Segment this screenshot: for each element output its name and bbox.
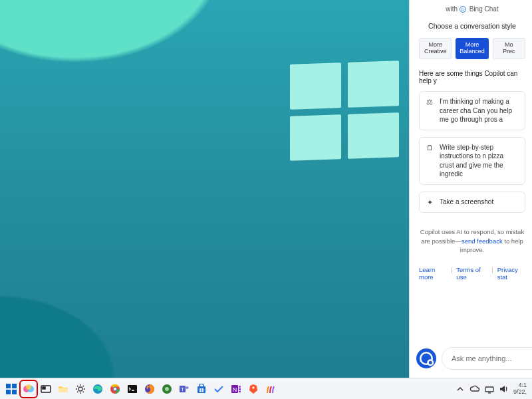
suggestion-pizza[interactable]: 🗒 Write step-by-step instructions to n p… [419, 137, 525, 185]
clock-date: 9/22, [513, 389, 527, 395]
volume-icon[interactable] [499, 384, 509, 394]
copilot-footnote: Copilot uses AI to respond, so mistak ar… [419, 227, 525, 254]
terminal-icon[interactable] [125, 382, 140, 396]
brave-icon[interactable] [246, 382, 261, 396]
svg-rect-34 [485, 387, 493, 392]
app-stripes-icon[interactable] [263, 382, 278, 396]
copilot-branding: with b Bing Chat [419, 5, 525, 13]
privacy-link[interactable]: Privacy stat [497, 266, 525, 281]
copilot-taskbar-icon[interactable] [21, 382, 36, 396]
svg-rect-17 [128, 385, 137, 393]
onedrive-icon[interactable] [469, 384, 480, 394]
onenote-icon[interactable]: N [229, 382, 243, 396]
svg-rect-28 [202, 390, 204, 392]
store-icon[interactable] [194, 382, 209, 396]
svg-rect-4 [6, 390, 11, 394]
notepad-icon: 🗒 [425, 143, 434, 153]
svg-point-1 [428, 360, 434, 366]
copilot-intro-text: Here are some things Copilot can help y [419, 70, 525, 84]
svg-point-23 [186, 386, 189, 389]
suggestion-text: Write step-by-step instructions to n piz… [440, 143, 519, 179]
network-icon[interactable] [484, 384, 495, 394]
svg-rect-24 [198, 386, 205, 393]
send-feedback-link[interactable]: send feedback [462, 237, 503, 245]
taskbar-clock[interactable]: 4:1 9/22, [513, 382, 528, 395]
svg-point-20 [165, 387, 169, 391]
svg-rect-2 [6, 384, 11, 388]
start-icon[interactable] [4, 382, 19, 396]
copilot-footer-links: Learn more | Terms of use | Privacy stat [419, 266, 525, 281]
svg-rect-33 [239, 391, 241, 392]
teams-icon[interactable]: T [177, 382, 192, 396]
svg-text:T: T [181, 386, 184, 392]
app-green-icon[interactable] [160, 382, 174, 396]
svg-rect-25 [200, 388, 201, 390]
copilot-panel: with b Bing Chat Choose a conversation s… [409, 0, 532, 378]
task-view-icon[interactable] [39, 382, 53, 396]
svg-rect-27 [200, 390, 201, 392]
suggestion-text: I'm thinking of making a career cha Can … [440, 97, 519, 124]
svg-rect-11 [59, 388, 68, 392]
svg-rect-10 [43, 387, 45, 389]
conversation-style-group: More Creative More Balanced Mo Prec [419, 38, 525, 59]
todo-icon[interactable] [211, 382, 226, 396]
svg-rect-32 [239, 388, 241, 390]
settings-icon[interactable] [73, 382, 88, 396]
suggestion-career[interactable]: ⚖ I'm thinking of making a career cha Ca… [419, 91, 525, 130]
file-explorer-icon[interactable] [56, 382, 70, 396]
terms-link[interactable]: Terms of use [456, 266, 487, 281]
bing-icon: b [460, 6, 466, 13]
style-more-creative[interactable]: More Creative [419, 38, 452, 59]
svg-point-8 [26, 384, 31, 390]
learn-more-link[interactable]: Learn more [419, 266, 447, 281]
svg-rect-3 [12, 384, 17, 388]
svg-point-16 [114, 388, 116, 390]
chrome-icon[interactable] [108, 382, 122, 396]
sparkle-icon: ✦ [425, 198, 434, 207]
svg-rect-26 [202, 388, 204, 390]
svg-rect-31 [239, 386, 241, 388]
copilot-ask-input[interactable] [442, 347, 532, 370]
conversation-style-label: Choose a conversation style [419, 22, 525, 30]
tray-chevron-icon[interactable] [455, 384, 466, 394]
suggestion-screenshot[interactable]: ✦ Take a screenshot [419, 192, 525, 213]
suggestion-text: Take a screenshot [440, 198, 493, 207]
style-more-precise[interactable]: Mo Prec [493, 38, 525, 59]
taskbar: T N [0, 378, 532, 399]
scales-icon: ⚖ [425, 97, 434, 107]
firefox-icon[interactable] [142, 382, 157, 396]
copilot-avatar-icon[interactable] [416, 348, 436, 368]
copilot-input-row [416, 347, 532, 370]
svg-point-12 [78, 387, 82, 391]
system-tray: 4:1 9/22, [455, 382, 528, 395]
edge-icon[interactable] [90, 382, 105, 396]
style-more-balanced[interactable]: More Balanced [456, 38, 488, 59]
windows-logo-wallpaper [290, 61, 399, 161]
svg-rect-5 [12, 390, 17, 394]
svg-text:N: N [233, 386, 237, 393]
